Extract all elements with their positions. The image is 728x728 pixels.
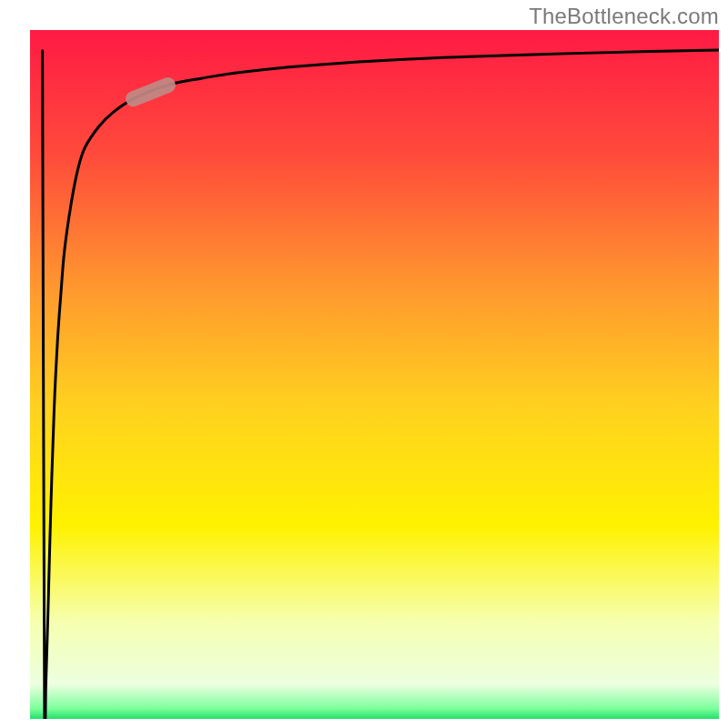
plot-svg xyxy=(30,30,719,719)
chart-area xyxy=(30,30,719,719)
plot-background xyxy=(30,30,719,719)
chart-frame: TheBottleneck.com xyxy=(0,0,728,728)
watermark-text: TheBottleneck.com xyxy=(529,4,719,29)
